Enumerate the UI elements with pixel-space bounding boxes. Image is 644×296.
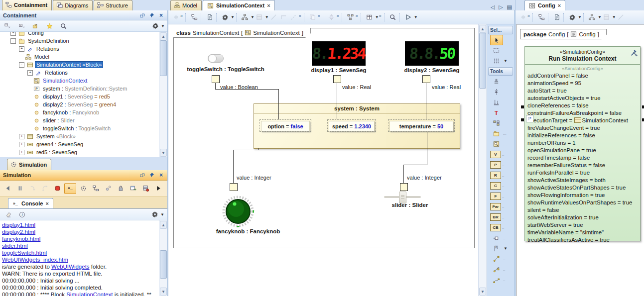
conn3-icon[interactable] bbox=[490, 275, 502, 285]
dropdown-icon[interactable]: ▼ bbox=[504, 246, 508, 251]
consoleIc-icon[interactable]: »_ bbox=[64, 183, 76, 194]
connector[interactable] bbox=[215, 83, 216, 90]
compart-icon[interactable] bbox=[602, 13, 612, 22]
palette-v-button[interactable]: V bbox=[490, 151, 501, 158]
grid-icon[interactable] bbox=[365, 13, 375, 22]
pin-icon[interactable] bbox=[148, 12, 155, 18]
config-property[interactable]: cloneReferences = false bbox=[527, 102, 640, 109]
pflag-icon[interactable]: P bbox=[490, 244, 502, 253]
collapse-all-icon[interactable] bbox=[2, 21, 12, 30]
search-icon[interactable] bbox=[58, 21, 68, 30]
gear-icon[interactable] bbox=[220, 13, 230, 22]
elbow-icon[interactable] bbox=[279, 13, 289, 22]
float-icon[interactable] bbox=[139, 12, 145, 18]
selection-handle[interactable] bbox=[521, 118, 524, 121]
line-icon[interactable] bbox=[616, 13, 626, 22]
tree-item[interactable]: -SystemDefinition bbox=[0, 37, 159, 45]
config-property[interactable]: fireValueChangeEvent = true bbox=[527, 124, 640, 132]
expander-icon[interactable]: + bbox=[19, 46, 24, 52]
overflow-icon[interactable]: » bbox=[180, 13, 183, 18]
config-property[interactable]: runForksInParallel = true bbox=[527, 169, 640, 177]
scroll-thumb[interactable] bbox=[479, 33, 486, 89]
connector[interactable] bbox=[215, 89, 279, 90]
tree-item[interactable]: +red5 : SevenSeg bbox=[0, 148, 159, 156]
expander-icon[interactable]: + bbox=[19, 142, 24, 147]
slider-port[interactable] bbox=[400, 183, 408, 191]
diagram-icon[interactable] bbox=[490, 139, 502, 149]
connector[interactable] bbox=[278, 89, 279, 119]
search-icon[interactable] bbox=[388, 13, 398, 22]
close-icon[interactable]: × bbox=[158, 172, 164, 179]
tree-icon[interactable] bbox=[536, 13, 546, 22]
config-property[interactable]: rememberFailureStatus = false bbox=[527, 162, 640, 169]
connector[interactable] bbox=[403, 165, 404, 183]
stamp-icon[interactable] bbox=[490, 77, 502, 86]
navigate-badge-icon[interactable] bbox=[526, 115, 533, 122]
tab-model[interactable]: Model bbox=[170, 0, 202, 10]
palette-r-button[interactable]: R bbox=[490, 172, 501, 179]
moveport-icon[interactable] bbox=[327, 13, 337, 22]
dropdown-icon[interactable]: ▼ bbox=[504, 59, 508, 63]
expand-icon[interactable] bbox=[152, 184, 163, 194]
layout2-icon[interactable] bbox=[490, 118, 502, 128]
console-scrollbar[interactable]: ▲ ▼ bbox=[159, 220, 167, 296]
tab-diagrams[interactable]: ≋Diagrams bbox=[53, 0, 93, 10]
tree-item[interactable]: slider : Slider bbox=[0, 116, 159, 124]
open-diagram-icon[interactable] bbox=[30, 21, 40, 30]
play-icon[interactable] bbox=[403, 13, 413, 22]
pause-icon[interactable] bbox=[14, 184, 25, 194]
config-property[interactable]: autostartActiveObjects = true bbox=[527, 95, 640, 102]
back-icon[interactable] bbox=[170, 13, 180, 22]
palette-p-button[interactable]: P bbox=[490, 161, 501, 169]
expander-icon[interactable]: + bbox=[19, 134, 24, 139]
fancyknob-port[interactable] bbox=[230, 183, 238, 191]
alignv-icon[interactable] bbox=[490, 87, 502, 97]
config-property[interactable]: showRuntimeValuesOnPartShapes = true bbox=[527, 199, 640, 206]
dropdown-icon[interactable]: ▼ bbox=[612, 15, 616, 19]
connector[interactable] bbox=[426, 83, 426, 119]
overflow-icon[interactable]: » bbox=[337, 13, 339, 18]
terminate-icon[interactable] bbox=[52, 184, 63, 194]
tree-item[interactable]: Psystem : SystemDefinition::System bbox=[0, 85, 159, 93]
config-property[interactable]: recordTimestamp = false bbox=[527, 154, 640, 162]
connector[interactable] bbox=[427, 132, 427, 165]
expander-icon[interactable]: - bbox=[19, 62, 24, 68]
lock-icon[interactable] bbox=[115, 184, 126, 194]
config-property[interactable]: executionTarget = SimulationContext bbox=[527, 117, 640, 124]
connector[interactable] bbox=[258, 148, 259, 150]
console-link[interactable]: display1.html bbox=[2, 222, 35, 228]
stepinto-icon[interactable] bbox=[27, 184, 38, 194]
alignb-icon[interactable] bbox=[490, 98, 502, 107]
tab-simulationcontext[interactable]: SimulationContext× bbox=[203, 0, 275, 10]
doc-icon[interactable] bbox=[552, 13, 562, 22]
scroll-down-icon[interactable]: ▼ bbox=[479, 288, 486, 296]
config-property[interactable]: initializeReferences = false bbox=[527, 132, 640, 139]
expander-icon[interactable]: - bbox=[10, 38, 16, 44]
conn2-icon[interactable]: = bbox=[490, 265, 502, 274]
dropdown-icon[interactable]: ▼ bbox=[251, 15, 255, 19]
console-link[interactable]: SimulationContext bbox=[66, 292, 113, 296]
console-link[interactable]: toggleSwitch.html bbox=[2, 250, 47, 256]
textT-icon[interactable]: T bbox=[490, 108, 502, 117]
compart-icon[interactable] bbox=[255, 13, 264, 22]
copy-icon[interactable] bbox=[308, 13, 318, 22]
palette-br-button[interactable]: BR bbox=[490, 213, 501, 221]
console-settings-icon[interactable] bbox=[150, 210, 160, 219]
tree-item[interactable]: SimulationContext bbox=[0, 77, 159, 85]
config-canvas[interactable]: package Config [ Config ] «SimulationCon… bbox=[516, 24, 644, 296]
doc-icon[interactable] bbox=[205, 13, 215, 22]
stepover-icon[interactable] bbox=[39, 184, 50, 194]
dropdown-icon[interactable]: ▼ bbox=[265, 15, 269, 19]
canvas-scrollbar[interactable]: ▲ ▼ bbox=[478, 24, 487, 296]
console-link[interactable]: display2.html bbox=[2, 229, 35, 235]
tab-prev-icon[interactable]: ◁ bbox=[491, 4, 495, 10]
portic-icon[interactable] bbox=[490, 233, 502, 243]
scroll-up-icon[interactable]: ▲ bbox=[160, 32, 167, 40]
dropdown-icon[interactable]: ▼ bbox=[414, 15, 418, 19]
exportwin-icon[interactable] bbox=[128, 184, 138, 194]
close-icon[interactable]: × bbox=[558, 2, 561, 8]
config-property[interactable]: showActiveStateImages = both bbox=[527, 177, 640, 184]
simtree-icon[interactable] bbox=[90, 184, 101, 194]
scroll-thumb[interactable] bbox=[160, 250, 167, 279]
selection-handle[interactable] bbox=[521, 105, 524, 108]
